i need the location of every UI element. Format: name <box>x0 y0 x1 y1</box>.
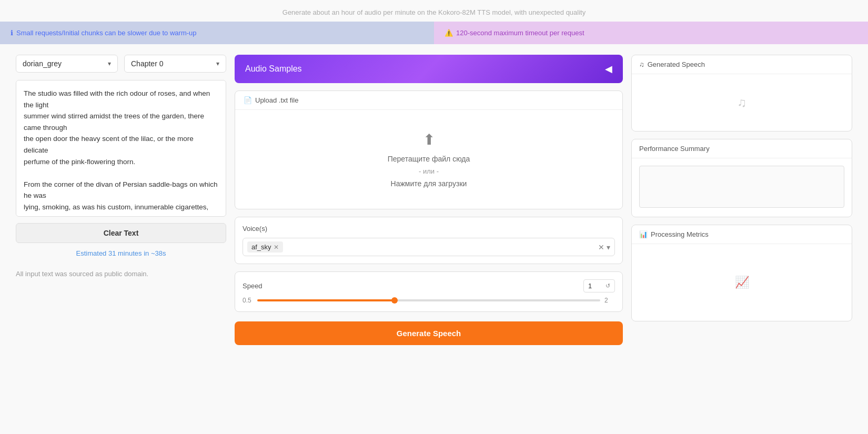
clear-voices-icon[interactable]: ✕ <box>598 243 604 251</box>
speed-min: 0.5 <box>243 297 253 304</box>
subtitle: Generate about an hour of audio per minu… <box>0 0 868 22</box>
voices-input-row[interactable]: af_sky ✕ ✕ ▾ <box>243 238 615 256</box>
chapter-dropdown-chevron-icon: ▾ <box>216 60 219 67</box>
processing-metrics-title: Processing Metrics <box>651 230 709 238</box>
book-dropdown-chevron-icon: ▾ <box>108 60 111 67</box>
public-domain-note: All input text was sourced as public dom… <box>16 270 226 278</box>
voices-section: Voice(s) af_sky ✕ ✕ ▾ <box>235 217 623 264</box>
upload-drop-zone[interactable]: ⬆ Перетащите файл сюда - или - Нажмите д… <box>235 110 622 209</box>
chart-placeholder-icon: 📈 <box>735 276 749 289</box>
banner-blue: ℹ Small requests/Initial chunks can be s… <box>0 22 434 44</box>
voices-dropdown-icon[interactable]: ▾ <box>607 243 610 251</box>
left-panel: dorian_grey ▾ Chapter 0 ▾ The studio was… <box>16 55 226 278</box>
processing-metrics-body: 📈 <box>632 244 852 321</box>
speed-section: Speed 1 ↺ 0.5 2 <box>235 271 623 312</box>
generated-speech-body: ♫ <box>632 74 852 131</box>
performance-summary-section: Performance Summary <box>631 139 852 217</box>
voices-input-controls: ✕ ▾ <box>598 243 610 251</box>
speed-slider-thumb <box>391 297 398 304</box>
banner-row: ℹ Small requests/Initial chunks can be s… <box>0 22 868 44</box>
drop-zone-click: Нажмите для загрузки <box>391 179 467 188</box>
clear-text-button[interactable]: Clear Text <box>16 223 226 243</box>
processing-metrics-header: 📊 Processing Metrics <box>632 225 852 244</box>
drop-zone-or: - или - <box>419 167 439 175</box>
voices-label: Voice(s) <box>243 225 615 233</box>
generated-speech-title: Generated Speech <box>648 60 705 68</box>
book-dropdown-value: dorian_grey <box>23 59 62 68</box>
music-note-icon: ♫ <box>639 60 644 68</box>
banner-pink: ⚠️ 120-second maximum timeout per reques… <box>434 22 868 44</box>
chart-icon: 📊 <box>639 230 648 238</box>
performance-summary-title: Performance Summary <box>639 145 710 153</box>
generate-speech-button[interactable]: Generate Speech <box>235 321 623 345</box>
text-content: The studio was filled with the rich odou… <box>24 89 219 217</box>
audio-samples-label: Audio Samples <box>245 64 302 74</box>
main-layout: dorian_grey ▾ Chapter 0 ▾ The studio was… <box>0 44 868 356</box>
selectors-row: dorian_grey ▾ Chapter 0 ▾ <box>16 55 226 73</box>
estimated-time: Estimated 31 minutes in ~38s <box>16 249 226 257</box>
upload-area: 📄 Upload .txt file ⬆ Перетащите файл сюд… <box>235 90 623 209</box>
performance-summary-body <box>632 158 852 217</box>
warning-icon: ⚠️ <box>445 29 453 37</box>
performance-summary-header: Performance Summary <box>632 139 852 158</box>
upload-tab[interactable]: 📄 Upload .txt file <box>235 91 622 110</box>
audio-samples-button[interactable]: Audio Samples ◀ <box>235 55 623 83</box>
right-panel: ♫ Generated Speech ♫ Performance Summary… <box>631 55 852 321</box>
banner-pink-text: 120-second maximum timeout per request <box>456 29 584 37</box>
play-icon: ◀ <box>605 63 612 75</box>
generated-speech-section: ♫ Generated Speech ♫ <box>631 55 852 132</box>
book-dropdown[interactable]: dorian_grey ▾ <box>16 55 118 73</box>
speed-max: 2 <box>604 297 615 304</box>
speed-reset-icon[interactable]: ↺ <box>605 282 610 289</box>
chapter-dropdown[interactable]: Chapter 0 ▾ <box>124 55 226 73</box>
chapter-dropdown-value: Chapter 0 <box>131 59 163 68</box>
generated-speech-header: ♫ Generated Speech <box>632 55 852 74</box>
speed-value: 1 <box>588 282 592 290</box>
speed-input[interactable]: 1 ↺ <box>583 279 615 292</box>
banner-blue-text: Small requests/Initial chunks can be slo… <box>16 29 197 37</box>
speed-slider-row: 0.5 2 <box>243 297 615 304</box>
speed-row: Speed 1 ↺ <box>243 279 615 292</box>
upload-tab-label: Upload .txt file <box>255 96 298 104</box>
drop-zone-text: Перетащите файл сюда <box>388 155 470 163</box>
performance-textarea[interactable] <box>639 166 844 208</box>
audio-placeholder-icon: ♫ <box>737 95 746 110</box>
speed-label: Speed <box>243 282 263 290</box>
info-icon: ℹ <box>11 29 13 37</box>
voice-tag-label: af_sky <box>251 243 271 251</box>
text-area[interactable]: The studio was filled with the rich odou… <box>16 80 226 217</box>
file-icon: 📄 <box>244 96 252 104</box>
middle-panel: Audio Samples ◀ 📄 Upload .txt file ⬆ Пер… <box>235 55 623 345</box>
upload-icon: ⬆ <box>423 131 435 148</box>
voice-tag: af_sky ✕ <box>247 241 283 253</box>
remove-voice-icon[interactable]: ✕ <box>274 244 279 251</box>
processing-metrics-section: 📊 Processing Metrics 📈 <box>631 225 852 321</box>
speed-slider[interactable] <box>257 299 600 301</box>
